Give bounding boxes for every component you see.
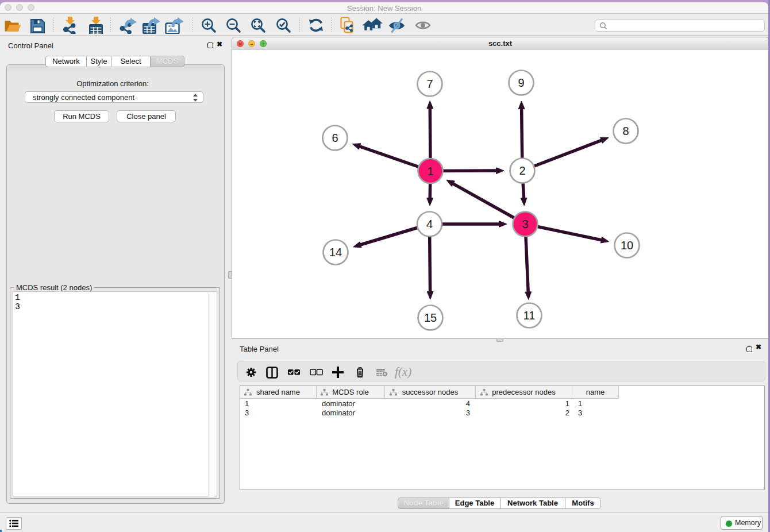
svg-text:10: 10 — [621, 239, 633, 252]
svg-text:11: 11 — [523, 309, 536, 322]
svg-text:6: 6 — [332, 132, 338, 144]
svg-text:8: 8 — [622, 125, 629, 137]
svg-text:7: 7 — [426, 78, 433, 90]
svg-text:4: 4 — [426, 218, 433, 230]
svg-text:14: 14 — [329, 246, 342, 259]
svg-text:15: 15 — [424, 311, 437, 324]
svg-text:2: 2 — [519, 164, 525, 177]
svg-text:3: 3 — [522, 218, 528, 230]
svg-text:1: 1 — [427, 165, 433, 178]
svg-text:9: 9 — [518, 76, 524, 89]
